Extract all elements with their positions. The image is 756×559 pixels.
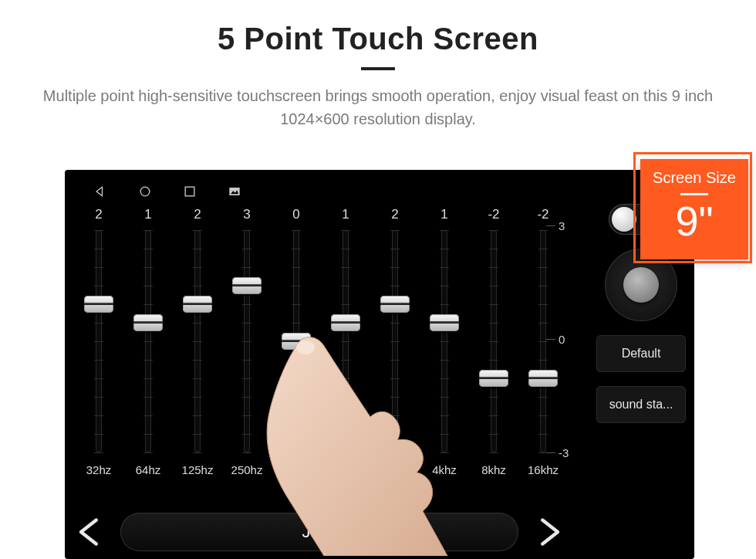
eq-slider[interactable]	[145, 230, 151, 452]
preset-row: Jazz	[73, 510, 566, 554]
eq-value: 2	[76, 207, 122, 225]
eq-slider[interactable]	[96, 230, 102, 452]
balance-dial[interactable]	[605, 249, 677, 321]
slider-thumb[interactable]	[84, 296, 113, 313]
eq-value: 1	[125, 207, 171, 225]
eq-freq-label: 16khz	[520, 463, 566, 476]
eq-freq-label: 64hz	[125, 463, 171, 476]
eq-band-32hz: 232hz	[76, 207, 122, 476]
eq-freq-label: 500hz	[273, 463, 319, 476]
eq-value: 1	[421, 207, 467, 225]
slider-thumb[interactable]	[232, 277, 262, 294]
slider-thumb[interactable]	[380, 296, 410, 313]
preset-name[interactable]: Jazz	[120, 513, 518, 551]
eq-value: 2	[174, 207, 221, 225]
eq-band-8khz: -28khz	[471, 207, 517, 476]
slider-thumb[interactable]	[282, 333, 311, 350]
eq-slider[interactable]	[343, 230, 349, 452]
eq-freq-label: 8khz	[471, 463, 517, 476]
sound-stage-button[interactable]: sound sta...	[596, 386, 686, 423]
eq-slider[interactable]	[293, 230, 299, 452]
dial-knob	[623, 267, 659, 303]
screen-size-badge: Screen Size 9"	[640, 159, 748, 259]
eq-freq-label: 32hz	[76, 463, 122, 476]
eq-band-125hz: 2125hz	[174, 207, 221, 476]
slider-thumb[interactable]	[479, 370, 508, 387]
eq-slider[interactable]	[194, 230, 201, 452]
badge-value: 9"	[647, 197, 741, 245]
android-navbar	[73, 181, 687, 202]
eq-band-2khz: 22khz	[372, 207, 418, 476]
svg-point-0	[140, 187, 150, 196]
recents-icon[interactable]	[182, 184, 197, 199]
back-icon[interactable]	[93, 184, 108, 199]
eq-freq-label: 250hz	[224, 463, 270, 476]
gallery-icon[interactable]	[227, 184, 242, 199]
eq-value: -2	[471, 207, 517, 225]
equalizer-sliders: 232hz164hz2125hz3250hz0500hz11khz22khz14…	[73, 207, 582, 511]
svg-rect-1	[185, 187, 194, 196]
eq-value: 3	[224, 207, 270, 225]
eq-freq-label: 125hz	[174, 463, 221, 476]
eq-freq-label: 4khz	[421, 463, 467, 476]
slider-thumb[interactable]	[331, 314, 360, 331]
eq-slider[interactable]	[540, 230, 546, 452]
svg-rect-2	[229, 188, 239, 195]
eq-value: 1	[322, 207, 369, 225]
gain-scale: 3 0 -3	[548, 225, 571, 452]
eq-band-500hz: 0500hz	[273, 207, 319, 476]
eq-value: 0	[273, 207, 319, 225]
slider-thumb[interactable]	[430, 314, 459, 331]
eq-freq-label: 2khz	[372, 463, 418, 476]
subtitle: Multiple point high-sensitive touchscree…	[0, 70, 756, 130]
eq-freq-label: 1khz	[322, 463, 369, 476]
eq-value: 2	[372, 207, 418, 225]
preset-prev-icon[interactable]	[73, 515, 106, 549]
device-screen: 232hz164hz2125hz3250hz0500hz11khz22khz14…	[65, 170, 694, 559]
default-button[interactable]: Default	[596, 335, 686, 372]
page-title: 5 Point Touch Screen	[0, 0, 756, 56]
slider-thumb[interactable]	[183, 296, 212, 313]
eq-band-4khz: 14khz	[421, 207, 467, 476]
slider-thumb[interactable]	[133, 314, 163, 331]
eq-band-250hz: 3250hz	[224, 207, 270, 476]
eq-slider[interactable]	[441, 230, 447, 452]
badge-label: Screen Size	[647, 169, 741, 187]
badge-underline	[680, 193, 708, 195]
eq-slider[interactable]	[392, 230, 398, 452]
preset-next-icon[interactable]	[532, 515, 566, 549]
eq-slider[interactable]	[491, 230, 497, 452]
toggle-knob	[612, 207, 636, 232]
eq-slider[interactable]	[244, 230, 250, 452]
home-icon[interactable]	[137, 184, 153, 199]
eq-band-64hz: 164hz	[125, 207, 171, 476]
eq-band-1khz: 11khz	[322, 207, 369, 476]
